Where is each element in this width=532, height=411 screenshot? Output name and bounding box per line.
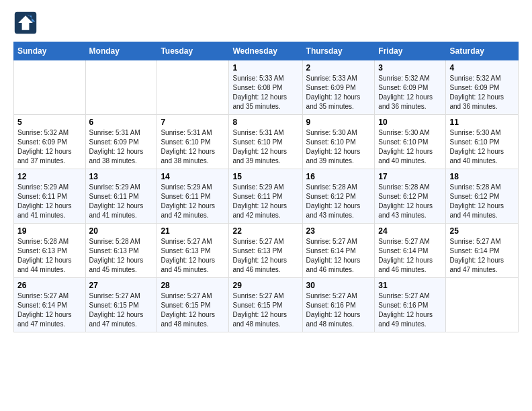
calendar-cell: 16Sunrise: 5:28 AM Sunset: 6:12 PM Dayli… [302, 169, 375, 224]
day-info: Sunrise: 5:30 AM Sunset: 6:10 PM Dayligh… [449, 128, 515, 166]
calendar-cell [446, 278, 519, 332]
day-number: 15 [232, 172, 298, 181]
day-number: 19 [17, 226, 82, 236]
calendar-cell: 14Sunrise: 5:29 AM Sunset: 6:11 PM Dayli… [157, 169, 229, 224]
calendar-cell: 12Sunrise: 5:29 AM Sunset: 6:11 PM Dayli… [14, 169, 86, 224]
calendar-cell: 7Sunrise: 5:31 AM Sunset: 6:10 PM Daylig… [157, 115, 229, 169]
day-number: 22 [232, 226, 298, 236]
day-info: Sunrise: 5:30 AM Sunset: 6:10 PM Dayligh… [306, 128, 371, 166]
day-number: 12 [17, 172, 82, 181]
day-number: 6 [89, 118, 154, 127]
day-number: 4 [449, 63, 515, 73]
logo [13, 11, 42, 35]
day-info: Sunrise: 5:29 AM Sunset: 6:11 PM Dayligh… [232, 183, 298, 220]
day-number: 3 [378, 63, 442, 73]
day-number: 5 [17, 118, 82, 127]
calendar-header: SundayMondayTuesdayWednesdayThursdayFrid… [14, 42, 519, 60]
day-number: 27 [89, 281, 154, 290]
calendar-cell: 17Sunrise: 5:28 AM Sunset: 6:12 PM Dayli… [375, 169, 446, 224]
calendar-cell: 26Sunrise: 5:27 AM Sunset: 6:14 PM Dayli… [14, 278, 86, 332]
calendar-week-3: 12Sunrise: 5:29 AM Sunset: 6:11 PM Dayli… [14, 169, 519, 224]
calendar-cell: 23Sunrise: 5:27 AM Sunset: 6:14 PM Dayli… [302, 224, 375, 278]
day-info: Sunrise: 5:27 AM Sunset: 6:15 PM Dayligh… [89, 291, 154, 329]
day-info: Sunrise: 5:33 AM Sunset: 6:09 PM Dayligh… [306, 74, 371, 111]
day-info: Sunrise: 5:27 AM Sunset: 6:15 PM Dayligh… [232, 291, 298, 329]
logo-icon [13, 11, 38, 35]
calendar-cell: 10Sunrise: 5:30 AM Sunset: 6:10 PM Dayli… [375, 115, 446, 169]
day-info: Sunrise: 5:32 AM Sunset: 6:09 PM Dayligh… [17, 128, 82, 166]
calendar-cell: 21Sunrise: 5:27 AM Sunset: 6:13 PM Dayli… [157, 224, 229, 278]
calendar-week-5: 26Sunrise: 5:27 AM Sunset: 6:14 PM Dayli… [14, 278, 519, 332]
day-number: 20 [89, 226, 154, 236]
calendar-cell: 1Sunrise: 5:33 AM Sunset: 6:08 PM Daylig… [229, 60, 302, 115]
calendar-cell: 29Sunrise: 5:27 AM Sunset: 6:15 PM Dayli… [229, 278, 302, 332]
calendar-cell [14, 60, 86, 115]
day-info: Sunrise: 5:29 AM Sunset: 6:11 PM Dayligh… [89, 183, 154, 220]
column-header-monday: Monday [85, 42, 157, 60]
calendar-cell: 9Sunrise: 5:30 AM Sunset: 6:10 PM Daylig… [302, 115, 375, 169]
calendar-cell: 3Sunrise: 5:32 AM Sunset: 6:09 PM Daylig… [375, 60, 446, 115]
day-info: Sunrise: 5:27 AM Sunset: 6:14 PM Dayligh… [306, 237, 371, 275]
day-number: 8 [232, 118, 298, 127]
day-number: 18 [449, 172, 515, 181]
day-number: 23 [306, 226, 371, 236]
column-header-tuesday: Tuesday [157, 42, 229, 60]
calendar-cell [157, 60, 229, 115]
calendar-table: SundayMondayTuesdayWednesdayThursdayFrid… [13, 42, 519, 332]
day-info: Sunrise: 5:28 AM Sunset: 6:12 PM Dayligh… [306, 183, 371, 220]
day-info: Sunrise: 5:32 AM Sunset: 6:09 PM Dayligh… [449, 74, 515, 111]
day-number: 29 [232, 281, 298, 290]
calendar-cell: 31Sunrise: 5:27 AM Sunset: 6:16 PM Dayli… [375, 278, 446, 332]
calendar-cell: 19Sunrise: 5:28 AM Sunset: 6:13 PM Dayli… [14, 224, 86, 278]
day-info: Sunrise: 5:27 AM Sunset: 6:16 PM Dayligh… [306, 291, 371, 329]
day-number: 25 [449, 226, 515, 236]
day-info: Sunrise: 5:29 AM Sunset: 6:11 PM Dayligh… [17, 183, 82, 220]
day-number: 7 [161, 118, 225, 127]
day-info: Sunrise: 5:27 AM Sunset: 6:13 PM Dayligh… [161, 237, 225, 275]
day-number: 26 [17, 281, 82, 290]
day-info: Sunrise: 5:33 AM Sunset: 6:08 PM Dayligh… [232, 74, 298, 111]
day-info: Sunrise: 5:28 AM Sunset: 6:13 PM Dayligh… [89, 237, 154, 275]
day-number: 10 [378, 118, 442, 127]
column-header-sunday: Sunday [14, 42, 86, 60]
calendar-cell: 28Sunrise: 5:27 AM Sunset: 6:15 PM Dayli… [157, 278, 229, 332]
day-info: Sunrise: 5:32 AM Sunset: 6:09 PM Dayligh… [378, 74, 442, 111]
day-number: 16 [306, 172, 371, 181]
calendar-week-4: 19Sunrise: 5:28 AM Sunset: 6:13 PM Dayli… [14, 224, 519, 278]
calendar-cell: 8Sunrise: 5:31 AM Sunset: 6:10 PM Daylig… [229, 115, 302, 169]
day-info: Sunrise: 5:28 AM Sunset: 6:12 PM Dayligh… [449, 183, 515, 220]
day-number: 13 [89, 172, 154, 181]
day-number: 31 [378, 281, 442, 290]
day-info: Sunrise: 5:28 AM Sunset: 6:12 PM Dayligh… [378, 183, 442, 220]
calendar-cell: 25Sunrise: 5:27 AM Sunset: 6:14 PM Dayli… [446, 224, 519, 278]
calendar-cell: 20Sunrise: 5:28 AM Sunset: 6:13 PM Dayli… [85, 224, 157, 278]
calendar-cell: 15Sunrise: 5:29 AM Sunset: 6:11 PM Dayli… [229, 169, 302, 224]
column-header-saturday: Saturday [446, 42, 519, 60]
day-info: Sunrise: 5:31 AM Sunset: 6:09 PM Dayligh… [89, 128, 154, 166]
column-header-wednesday: Wednesday [229, 42, 302, 60]
calendar-cell: 24Sunrise: 5:27 AM Sunset: 6:14 PM Dayli… [375, 224, 446, 278]
calendar-body: 1Sunrise: 5:33 AM Sunset: 6:08 PM Daylig… [14, 60, 519, 332]
day-info: Sunrise: 5:30 AM Sunset: 6:10 PM Dayligh… [378, 128, 442, 166]
day-info: Sunrise: 5:27 AM Sunset: 6:14 PM Dayligh… [449, 237, 515, 275]
day-info: Sunrise: 5:27 AM Sunset: 6:16 PM Dayligh… [378, 291, 442, 329]
column-header-friday: Friday [375, 42, 446, 60]
calendar-cell: 5Sunrise: 5:32 AM Sunset: 6:09 PM Daylig… [14, 115, 86, 169]
calendar-cell: 22Sunrise: 5:27 AM Sunset: 6:13 PM Dayli… [229, 224, 302, 278]
calendar-cell: 13Sunrise: 5:29 AM Sunset: 6:11 PM Dayli… [85, 169, 157, 224]
day-info: Sunrise: 5:27 AM Sunset: 6:15 PM Dayligh… [161, 291, 225, 329]
calendar-cell: 30Sunrise: 5:27 AM Sunset: 6:16 PM Dayli… [302, 278, 375, 332]
day-number: 21 [161, 226, 225, 236]
day-info: Sunrise: 5:27 AM Sunset: 6:14 PM Dayligh… [378, 237, 442, 275]
day-info: Sunrise: 5:31 AM Sunset: 6:10 PM Dayligh… [161, 128, 225, 166]
day-number: 30 [306, 281, 371, 290]
calendar-cell: 27Sunrise: 5:27 AM Sunset: 6:15 PM Dayli… [85, 278, 157, 332]
day-info: Sunrise: 5:29 AM Sunset: 6:11 PM Dayligh… [161, 183, 225, 220]
page-header [13, 11, 519, 35]
day-number: 24 [378, 226, 442, 236]
column-header-thursday: Thursday [302, 42, 375, 60]
day-number: 1 [232, 63, 298, 73]
calendar-week-1: 1Sunrise: 5:33 AM Sunset: 6:08 PM Daylig… [14, 60, 519, 115]
day-info: Sunrise: 5:27 AM Sunset: 6:13 PM Dayligh… [232, 237, 298, 275]
day-number: 11 [449, 118, 515, 127]
